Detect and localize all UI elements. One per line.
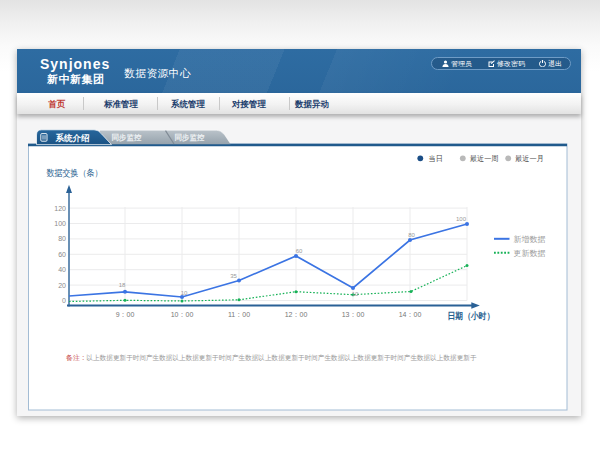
- svg-text:18: 18: [119, 282, 126, 288]
- svg-text:20: 20: [58, 282, 66, 289]
- svg-text:9：00: 9：00: [116, 311, 135, 318]
- svg-text:120: 120: [54, 205, 66, 212]
- svg-text:最近一月: 最近一月: [515, 154, 544, 163]
- svg-text:10: 10: [352, 291, 359, 297]
- svg-text:以上数据更新于时间产生数据以上数据更新于时间产生数据以上数据: 以上数据更新于时间产生数据以上数据更新于时间产生数据以上数据更新于时间产生数据以…: [87, 354, 477, 362]
- svg-text:更新数据: 更新数据: [514, 249, 546, 258]
- svg-text:数据交换（条）: 数据交换（条）: [47, 168, 103, 178]
- svg-text:100: 100: [54, 220, 66, 227]
- svg-text:系统介绍: 系统介绍: [55, 133, 91, 143]
- svg-text:同步监控: 同步监控: [112, 133, 142, 142]
- svg-text:同步监控: 同步监控: [175, 133, 205, 142]
- svg-text:80: 80: [408, 232, 415, 238]
- svg-text:备注：: 备注：: [66, 354, 87, 362]
- svg-text:10：00: 10：00: [171, 311, 194, 318]
- svg-text:当日: 当日: [429, 154, 443, 163]
- svg-text:0: 0: [62, 297, 66, 304]
- svg-text:最近一周: 最近一周: [470, 154, 499, 163]
- svg-text:10: 10: [181, 290, 188, 296]
- svg-text:60: 60: [296, 248, 303, 254]
- svg-text:12：00: 12：00: [285, 311, 308, 318]
- svg-text:新增数据: 新增数据: [514, 235, 546, 244]
- svg-text:日期（小时）: 日期（小时）: [448, 311, 495, 321]
- svg-text:60: 60: [58, 251, 66, 258]
- svg-text:100: 100: [456, 216, 467, 222]
- svg-text:13：00: 13：00: [342, 311, 365, 318]
- svg-text:35: 35: [230, 273, 237, 279]
- svg-text:14：00: 14：00: [399, 311, 422, 318]
- svg-text:11：00: 11：00: [228, 311, 250, 318]
- svg-text:40: 40: [58, 266, 66, 273]
- svg-text:80: 80: [58, 235, 66, 242]
